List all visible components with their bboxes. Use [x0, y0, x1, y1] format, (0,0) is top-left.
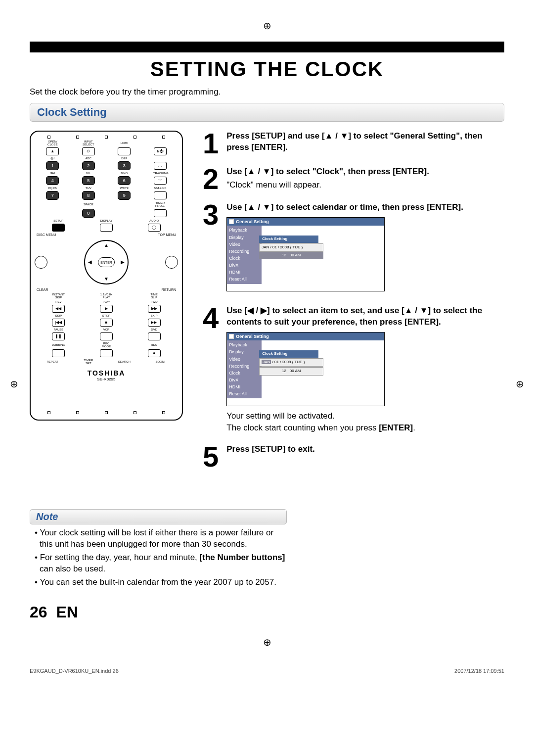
osd-screenshot-4: General Setting Playback Display Video R…	[226, 332, 385, 406]
recmode-button	[100, 349, 113, 357]
key-label: TIMER SET	[82, 359, 95, 365]
key-label: FWD	[147, 300, 161, 303]
key-label: REC	[147, 343, 161, 346]
step-text: Press [SETUP] and use [▲ / ▼] to select …	[226, 131, 482, 152]
steps-column: 1 Press [SETUP] and use [▲ / ▼] to selec…	[203, 131, 504, 479]
bottom-registration-mark: ⊕	[30, 636, 504, 648]
key-label: SKIP	[51, 314, 65, 317]
vcr-button	[100, 332, 113, 340]
remote-column: OPEN/ CLOSE INPUT SELECT HDMI ▲ ⊙ I/⏻ .@…	[30, 131, 183, 479]
model-number: SE-R0295	[35, 378, 178, 381]
disc-menu-button	[35, 256, 47, 269]
top-menu-button	[165, 256, 178, 269]
osd-menu-item: Recording	[228, 248, 261, 255]
dvd-button	[148, 332, 161, 340]
num-7: 7	[46, 191, 59, 200]
step-text: Press [SETUP] to exit.	[226, 444, 315, 454]
osd-menu-item: Clock	[228, 255, 261, 262]
note-block: Note Your clock setting will be lost if …	[30, 509, 287, 588]
intro-text: Set the clock before you try the timer p…	[30, 87, 504, 97]
step-4: 4 Use [◀ / ▶] to select an item to set, …	[203, 305, 504, 433]
num-8: 8	[82, 191, 95, 200]
key-label: SEARCH	[117, 360, 131, 363]
key-label: ZOOM	[153, 360, 167, 363]
section-heading: Clock Setting	[30, 103, 504, 122]
btn-label: INPUT SELECT	[82, 140, 95, 146]
num-0: 0	[82, 209, 95, 218]
num-4: 4	[46, 176, 59, 185]
step-number: 4	[203, 305, 219, 433]
key-label: PAUSE	[51, 328, 65, 331]
key-label: 1.3x/0.8x PLAY	[99, 293, 113, 299]
osd-screenshot-3: General Setting Playback Display Video R…	[226, 217, 385, 291]
osd-date-row: JAN / 01 / 2008 ( TUE )	[259, 243, 323, 252]
step-body: Press [SETUP] and use [▲ / ▼] to select …	[226, 131, 504, 156]
key-label: SKIP	[147, 314, 161, 317]
step-2: 2 Use [▲ / ▼] to select "Clock", then pr…	[203, 166, 504, 192]
right-registration-mark: ⊕	[516, 378, 524, 390]
note-item: Your clock setting will be lost if eithe…	[35, 527, 287, 550]
ch-down-button: ﹀	[154, 177, 167, 185]
rec-button: ●	[148, 349, 161, 357]
num-2: 2	[82, 161, 95, 170]
key-label: PQRS	[45, 187, 59, 189]
timer-prog-button	[154, 209, 167, 217]
osd-menu-item: Video	[228, 356, 261, 363]
osd-menu-item: Playback	[228, 341, 261, 348]
key-label: MNO	[117, 172, 131, 175]
key-label: JKL	[82, 172, 95, 175]
print-footer: E9KGAUD_D-VR610KU_EN.indd 26 2007/12/18 …	[30, 668, 504, 674]
osd-menu-item: HDMI	[228, 269, 261, 276]
osd-sidebar: Playback Display Video Recording Clock D…	[227, 340, 262, 398]
step-text: Use [◀ / ▶] to select an item to set, an…	[226, 306, 482, 327]
num-9: 9	[118, 191, 131, 200]
ir-dot	[47, 411, 50, 414]
note-heading: Note	[30, 509, 287, 524]
osd-time-row: 12 : 00 AM	[259, 367, 323, 376]
ch-up-button: ︿	[154, 162, 167, 170]
osd-date-row: JAN / 01 / 2008 ( TUE )	[259, 358, 323, 367]
osd-menu-item: Playback	[228, 227, 261, 234]
osd-menu-item: Recording	[228, 363, 261, 370]
ir-dot	[76, 411, 79, 414]
page-title: SETTING THE CLOCK	[30, 57, 504, 81]
osd-title: General Setting	[236, 219, 269, 225]
num-1: 1	[46, 161, 59, 170]
key-label: DUBBING	[51, 343, 65, 346]
key-label: .@/:	[45, 157, 59, 160]
power-button: I/⏻	[154, 147, 167, 155]
note-item: You can set the built-in calendar from t…	[35, 577, 287, 588]
gear-icon	[229, 219, 234, 224]
return-label: RETURN	[162, 288, 176, 291]
osd-menu-item: Display	[228, 234, 261, 241]
osd-sub-title: Clock Setting	[259, 350, 318, 358]
key-label: SPACE	[82, 203, 95, 206]
key-label: DISPLAY	[99, 219, 113, 222]
step-5: 5 Press [SETUP] to exit.	[203, 444, 504, 470]
top-registration-mark: ⊕	[30, 20, 504, 32]
step-text: Use [▲ / ▼] to select calendar or time, …	[226, 202, 463, 212]
top-menu-label: TOP MENU	[158, 233, 176, 236]
key-label: TIMER PROG.	[153, 201, 167, 207]
key-label: SAT.LINK	[153, 187, 167, 189]
num-6: 6	[118, 176, 131, 185]
open-close-button: ▲	[46, 147, 59, 155]
key-label: WXYZ	[117, 187, 131, 189]
key-label: REPEAT	[45, 360, 59, 363]
key-label: PLAY	[99, 300, 113, 303]
skip-back-button: |◀◀	[52, 319, 65, 327]
osd-menu-item: Clock	[228, 370, 261, 377]
gear-icon	[229, 334, 234, 339]
up-arrow-icon: ▲	[104, 243, 109, 248]
display-button	[100, 224, 113, 232]
osd-menu-item: DivX	[228, 377, 261, 383]
ir-dot	[105, 136, 108, 139]
nav-dpad: ▲ ▼ ◀ ▶ ENTER	[84, 240, 129, 284]
dubbing-button	[52, 349, 65, 357]
footer-timestamp: 2007/12/18 17:09:51	[454, 668, 504, 674]
osd-menu-item: Reset All	[228, 390, 261, 397]
osd-sub-title: Clock Setting	[259, 236, 318, 243]
content-columns: OPEN/ CLOSE INPUT SELECT HDMI ▲ ⊙ I/⏻ .@…	[30, 131, 504, 479]
footer-filename: E9KGAUD_D-VR610KU_EN.indd 26	[30, 668, 119, 674]
step-1: 1 Press [SETUP] and use [▲ / ▼] to selec…	[203, 131, 504, 156]
